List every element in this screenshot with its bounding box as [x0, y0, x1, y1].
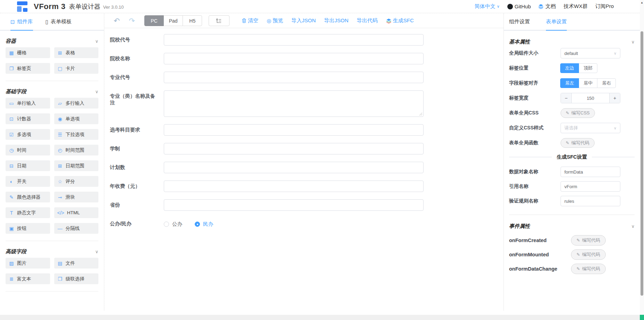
widget-slider[interactable]: ⊸滑块 — [54, 192, 99, 202]
radio-option-public[interactable]: 公办 — [164, 221, 182, 227]
export-json-button[interactable]: 导出JSON — [324, 17, 348, 24]
chevron-down-icon: ∨ — [631, 224, 635, 229]
tab-component-library[interactable]: ⊡ 组件库 — [10, 14, 33, 31]
basic-props-header[interactable]: 基本属性 ∨ — [509, 35, 635, 48]
widget-button[interactable]: ▣按钮 — [6, 223, 50, 234]
custom-class-select[interactable]: 请选择 ∨ — [561, 123, 620, 133]
vertical-scrollbar[interactable]: ▲ — [640, 0, 644, 320]
section-container-header[interactable]: 容器 ∨ — [6, 35, 98, 47]
field-input-college-name[interactable] — [164, 53, 424, 64]
radio-option-private[interactable]: 民办 — [195, 221, 213, 227]
time-range-icon: ◴ — [57, 147, 63, 153]
label-position-top-button[interactable]: 顶部 — [579, 63, 597, 73]
widget-checkbox[interactable]: ☑多选项 — [6, 129, 50, 140]
vertical-scrollbar-thumb[interactable] — [641, 31, 643, 296]
label-position-left-button[interactable]: 左边 — [560, 63, 579, 73]
edit-functions-button[interactable]: ✎ 编写代码 — [561, 138, 595, 148]
field-input-subject-requirement[interactable] — [164, 124, 424, 136]
label-align-center-button[interactable]: 居中 — [579, 78, 597, 88]
widget-rate[interactable]: ☆评分 — [54, 176, 99, 187]
component-library-icon: ⊡ — [10, 19, 15, 25]
edit-onformmounted-button[interactable]: ✎ 编写代码 — [571, 249, 606, 260]
edit-css-button[interactable]: ✎ 编写CSS — [561, 108, 595, 118]
widget-table[interactable]: ⊞表格 — [54, 47, 99, 58]
ref-name-input[interactable]: vForm — [561, 181, 620, 192]
layers-icon — [538, 4, 544, 9]
widget-tab[interactable]: ❐标签页 — [6, 63, 50, 74]
widget-grid[interactable]: ▦栅格 — [6, 47, 50, 58]
widget-select[interactable]: ☰下拉选项 — [54, 129, 99, 140]
widget-color-picker[interactable]: ✎颜色选择器 — [6, 192, 50, 202]
widget-date-range[interactable]: ⊞日期范围 — [54, 160, 99, 171]
label-align-right-button[interactable]: 居右 — [597, 78, 616, 88]
language-select[interactable]: 简体中文 ∨ — [475, 3, 500, 10]
resize-grip-icon[interactable] — [419, 112, 422, 116]
device-h5-button[interactable]: H5 — [183, 15, 202, 26]
wx-group-link[interactable]: 技术WX群 — [563, 3, 587, 10]
data-object-name-input[interactable]: formData — [561, 167, 620, 177]
sfc-layers-icon — [386, 18, 392, 24]
settings-panel: 组件设置 表单设置 基本属性 ∨ 全局组件大小 default ∨ 标签位置 — [504, 14, 640, 311]
tab-widget-settings[interactable]: 组件设置 — [509, 14, 530, 31]
device-pc-button[interactable]: PC — [144, 15, 164, 26]
header-links: 简体中文 ∨ GitHub 文档 技术WX群 订阅Pro — [475, 3, 614, 10]
field-input-plan-count[interactable] — [164, 162, 424, 173]
redo-icon[interactable]: ↷ — [129, 17, 135, 24]
setting-row-rules-name: 验证规则名称 rules — [509, 196, 635, 206]
label-align-left-button[interactable]: 居左 — [560, 78, 579, 88]
field-textarea-major-name-remark[interactable] — [164, 90, 424, 117]
designer-toolbar: ↶ ↷ PC Pad H5 清空 ◎ — [105, 14, 504, 28]
import-json-button[interactable]: 导入JSON — [291, 17, 316, 24]
widget-rich-editor[interactable]: ≣富文本 — [6, 273, 50, 284]
widget-static-text[interactable]: T静态文字 — [6, 207, 50, 218]
subscribe-pro-link[interactable]: 订阅Pro — [595, 3, 614, 10]
field-input-study-length[interactable] — [164, 143, 424, 154]
export-code-button[interactable]: 导出代码 — [357, 17, 378, 24]
decrease-button[interactable]: − — [561, 93, 572, 103]
edit-icon: ✎ — [566, 141, 569, 145]
undo-icon[interactable]: ↶ — [114, 17, 120, 24]
widget-number[interactable]: ⊡计数器 — [6, 113, 50, 124]
horizontal-scrollbar[interactable] — [0, 315, 640, 320]
widget-switch[interactable]: ◐开关 — [6, 176, 50, 187]
widget-time-range[interactable]: ◴时间范围 — [54, 145, 99, 155]
widget-card[interactable]: ▢卡片 — [54, 63, 99, 74]
event-props-header[interactable]: 事件属性 ∨ — [509, 220, 635, 232]
widget-html[interactable]: </>HTML — [54, 207, 99, 218]
clear-button[interactable]: 清空 — [242, 17, 258, 24]
section-advanced-fields-header[interactable]: 高级字段 ∨ — [6, 245, 98, 258]
tab-form-settings[interactable]: 表单设置 — [546, 14, 567, 31]
preview-button[interactable]: ◎ 预览 — [267, 17, 283, 24]
widget-textarea[interactable]: ▱多行输入 — [54, 98, 99, 109]
field-input-annual-fee[interactable] — [164, 181, 424, 192]
form-canvas[interactable]: 院校代号 院校名称 专业代号 专业（类）名称及备注 — [105, 29, 504, 311]
widget-radio[interactable]: ◉单选项 — [54, 113, 99, 124]
widget-picture-upload[interactable]: ▨图片 — [6, 258, 50, 269]
rules-name-input[interactable]: rules — [561, 196, 620, 206]
docs-link[interactable]: 文档 — [538, 3, 556, 10]
form-field-row: 省份 — [110, 199, 424, 211]
edit-onformdatachange-button[interactable]: ✎ 编写代码 — [571, 264, 606, 274]
label-width-value[interactable]: 150 — [572, 93, 609, 103]
device-pad-button[interactable]: Pad — [163, 15, 183, 26]
scroll-up-icon[interactable]: ▲ — [640, 1, 644, 4]
section-basic-fields-header[interactable]: 基础字段 ∨ — [6, 85, 98, 98]
field-input-major-code[interactable] — [164, 72, 424, 83]
generate-sfc-button[interactable]: 生成SFC — [386, 17, 414, 24]
widget-cascader[interactable]: ❒级联选择 — [54, 273, 99, 284]
form-field-row: 学制 — [110, 143, 424, 154]
widget-file-upload[interactable]: ▤文件 — [54, 258, 99, 269]
github-link[interactable]: GitHub — [507, 3, 531, 9]
tab-form-templates[interactable]: ▯ 表单模板 — [46, 14, 72, 31]
increase-button[interactable]: + — [609, 93, 620, 103]
field-input-college-code[interactable] — [164, 34, 424, 46]
widget-divider[interactable]: —分隔线 — [54, 223, 99, 234]
widget-time[interactable]: ◷时间 — [6, 145, 50, 155]
field-input-province[interactable] — [164, 199, 424, 211]
widget-input[interactable]: ▭单行输入 — [6, 98, 50, 109]
widget-date[interactable]: ⊟日期 — [6, 160, 50, 171]
form-field-row: 计划数 — [110, 162, 424, 173]
widget-size-select[interactable]: default ∨ — [561, 48, 620, 58]
node-tree-button[interactable] — [209, 15, 230, 26]
edit-onformcreated-button[interactable]: ✎ 编写代码 — [571, 235, 606, 246]
